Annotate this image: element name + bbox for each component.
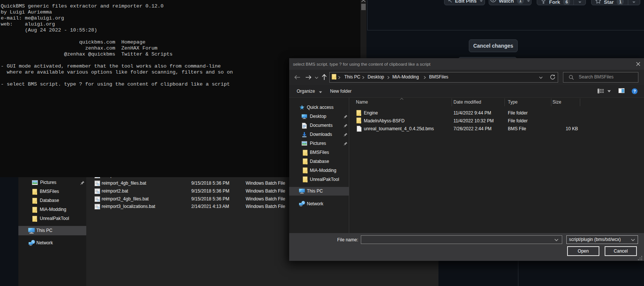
svg-text:?: ? bbox=[633, 89, 636, 93]
